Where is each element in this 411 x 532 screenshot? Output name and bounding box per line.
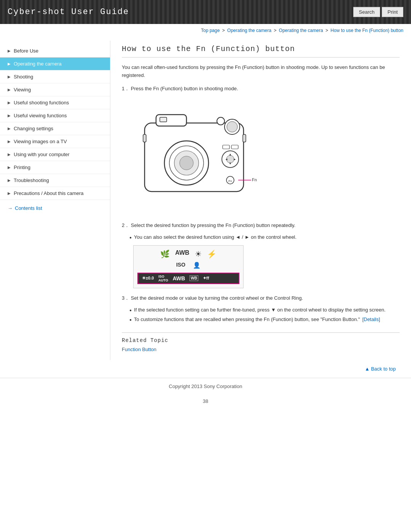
step-2-number: 2． [122, 222, 129, 228]
fn-bar-iso: ISOAUTO [158, 275, 168, 282]
step-1: 1． Press the Fn (Function) button in sho… [122, 85, 400, 216]
camera-svg: ▲ ▼ ◄ ► Fn Fn [129, 100, 259, 207]
svg-text:◄: ◄ [225, 158, 228, 161]
sidebar-item-label: Precautions / About this camera [14, 190, 84, 196]
sidebar-item-precautions[interactable]: ▶ Precautions / About this camera [0, 187, 110, 200]
sidebar-item-viewing-tv[interactable]: ▶ Viewing images on a TV [0, 135, 110, 148]
svg-text:Fn: Fn [252, 177, 257, 182]
fn-icon-flash: ⚡ [207, 249, 217, 259]
search-button[interactable]: Search [353, 7, 380, 17]
svg-rect-19 [223, 145, 229, 149]
fn-menu-bar: ☀±0.0 ISOAUTO AWB WB ✦ff [137, 273, 239, 284]
breadcrumb-top[interactable]: Top page [201, 28, 220, 33]
app-title: Cyber-shot User Guide [8, 7, 129, 17]
sidebar-item-operating[interactable]: ▶ Operating the camera [0, 58, 110, 70]
arrow-icon: ▶ [8, 165, 11, 169]
svg-point-7 [227, 121, 237, 132]
sidebar-item-label: Troubleshooting [14, 177, 49, 183]
copyright-text: Copyright 2013 Sony Corporation [169, 383, 242, 389]
header-actions: Search Print [353, 7, 403, 17]
sidebar-item-label: Using with your computer [14, 152, 70, 157]
arrow-icon: ▶ [8, 101, 11, 105]
fn-icons-row2: ISO 👤 [137, 262, 239, 269]
fn-menu-illustration: 🌿 AWB ☀ ⚡ ISO 👤 ☀±0.0 ISOAUTO AWB WB ✦ff [133, 245, 244, 288]
sidebar-item-label: Useful shooting functions [14, 100, 69, 105]
arrow-icon: ▶ [8, 88, 11, 92]
fn-icon-iso: ISO [176, 262, 185, 269]
fn-icon-scene: 🌿 [160, 249, 170, 259]
step-3-bullets: If the selected function setting can be … [122, 306, 400, 324]
contents-list-link[interactable]: → Contents list [0, 200, 110, 216]
svg-point-5 [180, 156, 193, 170]
sidebar-item-label: Viewing [14, 87, 31, 93]
step-2-bullet-1: You can also select the desired function… [129, 233, 400, 241]
page-number: 38 [0, 395, 411, 408]
footer: Copyright 2013 Sony Corporation [0, 378, 411, 395]
step-3-bullet-1: If the selected function setting can be … [129, 306, 400, 314]
sidebar-item-label: Viewing images on a TV [14, 139, 67, 144]
sidebar: ▶ Before Use ▶ Operating the camera ▶ Sh… [0, 41, 110, 360]
page-header: Cyber-shot User Guide Search Print [0, 0, 411, 24]
related-topic-section: Related Topic Function Button [122, 332, 400, 352]
back-to-top-container: ▲ Back to top [0, 364, 411, 374]
arrow-icon: ▶ [8, 62, 11, 66]
sidebar-item-label: Useful viewing functions [14, 113, 67, 118]
step-3-bullet-2: To customize functions that are recalled… [129, 316, 400, 324]
svg-text:Fn: Fn [228, 179, 232, 183]
arrow-icon: ▶ [8, 139, 11, 144]
sidebar-item-shooting[interactable]: ▶ Shooting [0, 70, 110, 83]
print-button[interactable]: Print [382, 7, 403, 17]
svg-point-8 [217, 117, 225, 125]
contents-link-label: Contents list [15, 205, 42, 211]
fn-icon-sun: ☀ [195, 249, 202, 259]
step-2-bullets: You can also select the desired function… [122, 233, 400, 241]
details-link[interactable]: [Details] [362, 316, 380, 324]
svg-text:▼: ▼ [229, 162, 232, 165]
sidebar-item-useful-shooting[interactable]: ▶ Useful shooting functions [0, 96, 110, 109]
fn-bar-extra: ✦ff [203, 276, 209, 281]
fn-bar-awb: AWB [173, 275, 185, 281]
sidebar-item-label: Changing settings [14, 126, 53, 131]
svg-text:►: ► [233, 158, 236, 161]
step-2-text: 2． Select the desired function by pressi… [122, 222, 400, 230]
arrow-icon: ▶ [8, 152, 11, 157]
function-button-link[interactable]: Function Button [122, 347, 156, 352]
breadcrumb-operating1[interactable]: Operating the camera [227, 28, 271, 33]
step-3-text: 3． Set the desired mode or value by turn… [122, 294, 400, 302]
fn-bar-wb: WB [190, 275, 198, 281]
sidebar-item-viewing[interactable]: ▶ Viewing [0, 83, 110, 96]
main-layout: ▶ Before Use ▶ Operating the camera ▶ Sh… [0, 37, 411, 364]
breadcrumb: Top page > Operating the camera > Operat… [0, 24, 411, 37]
sidebar-item-using-computer[interactable]: ▶ Using with your computer [0, 148, 110, 161]
step-3-number: 3． [122, 295, 129, 301]
sidebar-item-printing[interactable]: ▶ Printing [0, 161, 110, 174]
sidebar-item-label: Before Use [14, 48, 38, 54]
arrow-icon: ▶ [8, 113, 11, 118]
breadcrumb-operating2[interactable]: Operating the camera [279, 28, 323, 33]
sidebar-item-useful-viewing[interactable]: ▶ Useful viewing functions [0, 109, 110, 122]
camera-illustration: ▲ ▼ ◄ ► Fn Fn [129, 100, 259, 207]
sidebar-item-label: Printing [14, 165, 30, 170]
related-topic-title: Related Topic [122, 337, 400, 343]
arrow-right-icon: → [8, 205, 13, 211]
step-1-number: 1． [122, 86, 129, 91]
svg-rect-23 [243, 134, 246, 142]
back-to-top-link[interactable]: ▲ Back to top [357, 363, 403, 375]
arrow-icon: ▶ [8, 126, 11, 131]
intro-paragraph: You can recall often-used functions by p… [122, 64, 400, 80]
svg-rect-21 [160, 117, 167, 122]
fn-icon-portrait: 👤 [193, 262, 201, 269]
step-1-text: 1． Press the Fn (Function) button in sho… [122, 85, 400, 93]
svg-rect-22 [143, 134, 146, 142]
fn-menu-icons-row: 🌿 AWB ☀ ⚡ [137, 249, 239, 259]
sidebar-item-troubleshooting[interactable]: ▶ Troubleshooting [0, 174, 110, 187]
svg-text:▲: ▲ [229, 153, 232, 156]
step-2: 2． Select the desired function by pressi… [122, 222, 400, 288]
breadcrumb-current[interactable]: How to use the Fn (Function) button [331, 28, 403, 33]
arrow-icon: ▶ [8, 178, 11, 182]
arrow-icon: ▶ [8, 191, 11, 195]
page-title: How to use the Fn (Function) button [122, 45, 400, 58]
sidebar-item-label: Operating the camera [14, 61, 62, 67]
sidebar-item-before-use[interactable]: ▶ Before Use [0, 45, 110, 58]
sidebar-item-changing-settings[interactable]: ▶ Changing settings [0, 122, 110, 135]
